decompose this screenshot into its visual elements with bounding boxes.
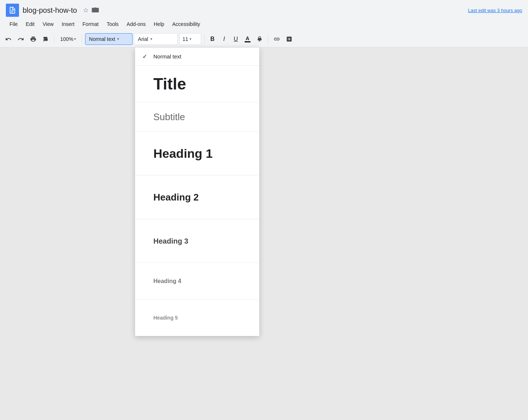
link-button[interactable] bbox=[271, 33, 282, 45]
italic-label: I bbox=[223, 36, 225, 42]
menu-view[interactable]: View bbox=[39, 20, 57, 28]
fontsize-chevron: ▾ bbox=[190, 37, 191, 41]
zoom-button[interactable]: 100% ▾ bbox=[57, 33, 79, 45]
menu-accessibility[interactable]: Accessibility bbox=[169, 20, 204, 28]
svg-rect-2 bbox=[11, 12, 13, 12]
menu-insert[interactable]: Insert bbox=[58, 20, 78, 28]
svg-rect-0 bbox=[11, 10, 14, 11]
text-color-button[interactable]: A bbox=[242, 33, 253, 45]
font-label: Arial bbox=[138, 36, 148, 42]
toolbar-divider-3 bbox=[204, 35, 204, 43]
dropdown-item-heading5[interactable]: ✓ Heading 5 bbox=[135, 299, 259, 336]
bold-button[interactable]: B bbox=[207, 33, 218, 45]
toolbar-divider-4 bbox=[268, 35, 268, 43]
toolbar-divider-2 bbox=[82, 35, 82, 43]
font-size-label: 11 bbox=[183, 36, 188, 42]
title-label: Title bbox=[153, 72, 186, 96]
style-dropdown[interactable]: Normal text ▾ bbox=[85, 33, 133, 45]
menu-bar: File Edit View Insert Format Tools Add-o… bbox=[0, 18, 528, 31]
dropdown-item-heading4[interactable]: ✓ Heading 4 bbox=[135, 263, 259, 299]
menu-edit[interactable]: Edit bbox=[22, 20, 38, 28]
style-label: Normal text bbox=[89, 36, 115, 42]
paintformat-button[interactable] bbox=[40, 33, 51, 45]
underline-label: U bbox=[234, 36, 238, 42]
star-icon[interactable]: ☆ bbox=[83, 6, 89, 14]
heading5-label: Heading 5 bbox=[153, 315, 178, 320]
subtitle-label: Subtitle bbox=[153, 112, 185, 122]
zoom-chevron: ▾ bbox=[74, 37, 76, 41]
normal-text-label: Normal text bbox=[153, 53, 181, 60]
zoom-value: 100% bbox=[60, 36, 73, 42]
style-dropdown-menu: ✓ Normal text ✓ Title ✓ Subtitle ✓ Headi… bbox=[135, 47, 259, 336]
redo-button[interactable] bbox=[15, 33, 26, 45]
dropdown-item-title[interactable]: ✓ Title bbox=[135, 66, 259, 102]
style-chevron: ▾ bbox=[117, 37, 119, 41]
dropdown-item-normal-text[interactable]: ✓ Normal text bbox=[135, 47, 259, 66]
heading2-label: Heading 2 bbox=[153, 192, 199, 202]
color-label: A bbox=[246, 36, 249, 41]
color-btn-group: A bbox=[245, 36, 250, 42]
menu-addons[interactable]: Add-ons bbox=[123, 20, 149, 28]
check-mark: ✓ bbox=[142, 53, 148, 60]
font-dropdown[interactable]: Arial ▾ bbox=[134, 33, 178, 45]
dropdown-item-heading1[interactable]: ✓ Heading 1 bbox=[135, 131, 259, 175]
toolbar-divider-1 bbox=[54, 35, 54, 43]
dropdown-item-heading3[interactable]: ✓ Heading 3 bbox=[135, 219, 259, 263]
dropdown-item-subtitle[interactable]: ✓ Subtitle bbox=[135, 102, 259, 131]
docs-icon bbox=[8, 6, 16, 14]
underline-button[interactable]: U bbox=[231, 33, 241, 45]
insert-button[interactable] bbox=[284, 33, 295, 45]
font-size-dropdown[interactable]: 11 ▾ bbox=[179, 33, 201, 45]
menu-tools[interactable]: Tools bbox=[103, 20, 122, 28]
color-underline bbox=[245, 41, 250, 42]
heading3-label: Heading 3 bbox=[153, 237, 188, 245]
italic-button[interactable]: I bbox=[219, 33, 229, 45]
doc-title[interactable]: blog-post-how-to bbox=[23, 6, 77, 15]
title-icons: ☆ bbox=[83, 6, 99, 14]
heading4-label: Heading 4 bbox=[153, 278, 181, 284]
dropdown-item-heading2[interactable]: ✓ Heading 2 bbox=[135, 175, 259, 219]
highlight-button[interactable] bbox=[254, 33, 265, 45]
bold-label: B bbox=[210, 36, 215, 42]
menu-format[interactable]: Format bbox=[79, 20, 102, 28]
undo-button[interactable] bbox=[3, 33, 14, 45]
app-icon bbox=[6, 4, 19, 17]
svg-rect-1 bbox=[11, 11, 14, 11]
menu-help[interactable]: Help bbox=[150, 20, 168, 28]
title-bar: blog-post-how-to ☆ Last edit was 3 hours… bbox=[0, 0, 528, 18]
toolbar: 100% ▾ Normal text ▾ Arial ▾ 11 ▾ B I U … bbox=[0, 31, 528, 47]
last-edit: Last edit was 3 hours ago bbox=[468, 8, 522, 13]
heading1-label: Heading 1 bbox=[153, 147, 213, 160]
font-chevron: ▾ bbox=[150, 37, 152, 41]
folder-icon[interactable] bbox=[92, 7, 99, 14]
print-button[interactable] bbox=[28, 33, 39, 45]
menu-file[interactable]: File bbox=[6, 20, 22, 28]
